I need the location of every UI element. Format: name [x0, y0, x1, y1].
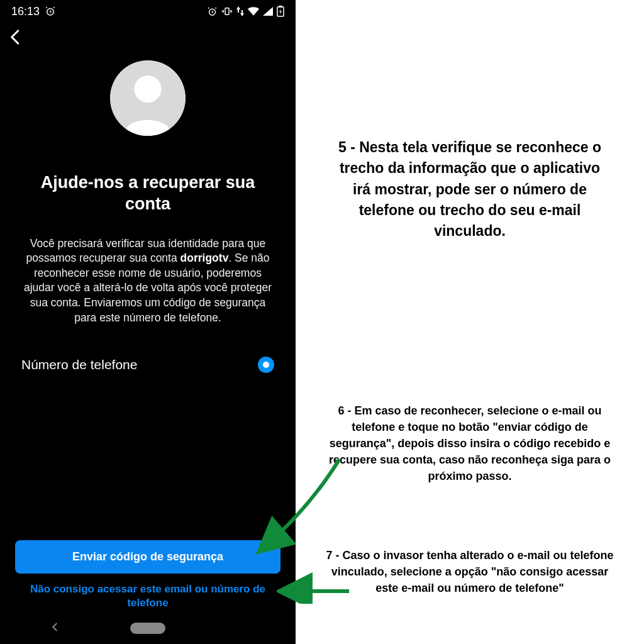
wifi-icon	[248, 7, 259, 16]
vibrate-icon	[221, 6, 233, 17]
nav-home-pill[interactable]	[130, 623, 165, 634]
svg-rect-4	[279, 6, 282, 7]
back-icon[interactable]	[6, 28, 25, 47]
person-icon	[110, 60, 186, 136]
send-code-button[interactable]: Enviar código de segurança	[15, 540, 280, 574]
back-row	[0, 23, 296, 49]
nav-back-icon[interactable]	[50, 620, 61, 636]
bottom-actions: Enviar código de segurança Não consigo a…	[0, 540, 296, 616]
cant-access-link[interactable]: Não consigo acessar este email ou número…	[15, 582, 280, 610]
radio-inner	[263, 362, 269, 368]
phone-option-row[interactable]: Número de telefone	[18, 357, 278, 373]
signal-icon	[263, 7, 273, 16]
instruction-step-5: 5 - Nesta tela verifique se reconhece o …	[335, 137, 605, 242]
content-area: Ajude-nos a recuperar sua conta Você pre…	[0, 49, 296, 540]
instructions-panel: 5 - Nesta tela verifique se reconhece o …	[296, 0, 644, 644]
svg-point-6	[134, 75, 161, 103]
alarm-icon	[207, 6, 218, 17]
body-text: Você precisará verificar sua identidade …	[18, 236, 278, 326]
alarm-icon	[45, 6, 56, 17]
instruction-step-6: 6 - Em caso de reconhecer, selecione o e…	[322, 402, 618, 484]
avatar-placeholder	[110, 60, 186, 136]
status-bar: 16:13	[0, 0, 296, 23]
battery-icon	[277, 6, 284, 17]
svg-rect-2	[225, 8, 229, 15]
status-left: 16:13	[11, 5, 56, 18]
radio-selected-icon[interactable]	[258, 357, 274, 373]
android-nav-bar	[0, 616, 296, 644]
status-right	[207, 6, 284, 17]
phone-option-label: Número de telefone	[21, 357, 137, 372]
data-icon	[236, 6, 244, 16]
body-username: dorrigotv	[180, 252, 229, 264]
status-time: 16:13	[11, 5, 40, 18]
page-title: Ajude-nos a recuperar sua conta	[18, 172, 278, 215]
instruction-step-7: 7 - Caso o invasor tenha alterado o e-ma…	[322, 547, 618, 596]
phone-screenshot: 16:13 Ajude-nos a recuperar sua conta Vo…	[0, 0, 296, 644]
